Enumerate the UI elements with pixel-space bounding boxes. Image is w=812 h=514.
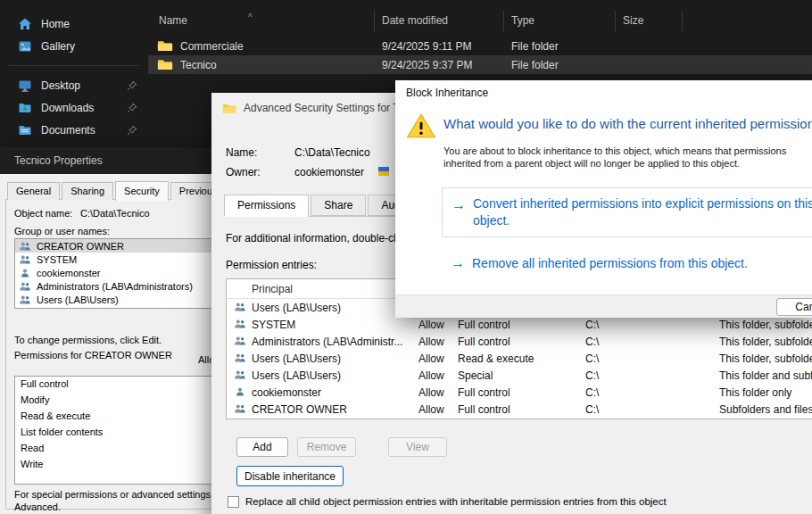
table-row[interactable]: CREATOR OWNER Allow Full control C:\ Sub… — [227, 401, 812, 418]
folder-icon — [157, 58, 173, 71]
command-link-text: Convert inherited permissions into expli… — [473, 195, 812, 229]
sidebar-item-downloads[interactable]: Downloads — [0, 96, 148, 119]
replace-permissions-label: Replace all child object permission entr… — [245, 496, 667, 507]
block-titlebar: Block Inheritance — [395, 80, 812, 105]
dialog-title: Block Inheritance — [406, 87, 488, 99]
remove-button: Remove — [297, 437, 356, 457]
sidebar-item-gallery[interactable]: Gallery — [0, 35, 148, 57]
block-inheritance-dialog: Block Inheritance What would you like to… — [395, 80, 812, 318]
owner-value: cookiemonster — [294, 166, 364, 178]
sidebar-item-documents[interactable]: Documents — [0, 119, 148, 141]
view-button: View — [388, 437, 447, 457]
advanced-hint: For special permissions or advanced sett… — [14, 488, 239, 513]
table-row[interactable]: Users (LAB\Users) Allow Special C:\ This… — [227, 367, 812, 384]
file-name: Tecnico — [180, 59, 217, 71]
sidebar-item-label: Documents — [41, 124, 95, 137]
sidebar-item-home[interactable]: Home — [0, 12, 148, 35]
file-list-header: ^ Name Date modified Type Size — [148, 11, 812, 31]
group-icon — [19, 241, 31, 252]
column-header-type[interactable]: Type — [504, 11, 616, 31]
column-header-size[interactable]: Size — [616, 11, 683, 31]
table-row[interactable]: Administrators (LAB\Administr... Allow F… — [227, 333, 812, 350]
group-icon — [234, 319, 246, 329]
warning-icon — [406, 112, 436, 139]
file-row-tecnico[interactable]: Tecnico 9/24/2025 9:37 PM File folder — [148, 55, 812, 74]
folder-icon — [157, 39, 173, 53]
replace-permissions-checkbox[interactable] — [228, 496, 239, 508]
dialog-body-text: You are about to block inheritance to th… — [443, 145, 812, 170]
name-value: C:\Data\Tecnico — [294, 146, 370, 159]
body-line-2: inherited from a parent object will no l… — [443, 157, 812, 170]
sidebar-item-label: Gallery — [41, 40, 75, 53]
tab-security[interactable]: Security — [115, 181, 169, 201]
table-row[interactable]: SYSTEM Allow Full control C:\ This folde… — [227, 316, 812, 333]
dialog-title: Tecnico Properties — [14, 154, 103, 167]
column-header-name[interactable]: Name — [148, 11, 375, 31]
pin-icon — [127, 103, 137, 113]
edit-hint: To change permissions, click Edit. — [14, 335, 162, 345]
file-row-commerciale[interactable]: Commerciale 9/24/2025 9:11 PM File folde… — [148, 37, 812, 55]
file-type: File folder — [504, 40, 616, 53]
tab-permissions[interactable]: Permissions — [224, 195, 309, 217]
column-header-date-modified[interactable]: Date modified — [375, 11, 504, 31]
table-row[interactable]: Users (LAB\Users) Allow Read & execute C… — [227, 350, 812, 367]
desktop-icon — [18, 79, 32, 93]
group-icon — [19, 294, 31, 305]
pin-icon — [127, 80, 137, 91]
sidebar-item-label: Home — [41, 18, 70, 30]
table-row[interactable]: cookiemonster Allow Full control C:\ Thi… — [227, 384, 812, 401]
disable-inheritance-button[interactable]: Disable inheritance — [236, 466, 344, 486]
group-icon — [234, 369, 246, 380]
add-button[interactable]: Add — [236, 437, 288, 457]
cancel-button[interactable]: Cancel — [776, 298, 812, 316]
documents-icon — [18, 123, 32, 137]
sidebar-item-label: Desktop — [41, 79, 80, 92]
group-icon — [234, 336, 246, 346]
folder-icon — [222, 103, 236, 114]
command-link-text: Remove all inherited permissions from th… — [472, 255, 812, 272]
sort-ascending-icon: ^ — [248, 12, 253, 22]
tab-sharing[interactable]: Sharing — [62, 182, 113, 200]
dialog-main-instruction: What would you like to do with the curre… — [443, 116, 812, 131]
object-name-label: Object name: — [14, 208, 72, 219]
sidebar-item-label: Downloads — [41, 102, 94, 114]
name-label: Name: — [226, 146, 257, 159]
file-type: File folder — [504, 59, 616, 71]
convert-permissions-command-link[interactable]: → Convert inherited permissions into exp… — [442, 187, 812, 237]
gallery-icon — [18, 39, 32, 54]
group-user-label: Group or user names: — [14, 226, 110, 236]
object-name-value: C:\Data\Tecnico — [80, 208, 150, 219]
file-date-modified: 9/24/2025 9:37 PM — [375, 59, 504, 71]
arrow-right-icon: → — [452, 197, 466, 213]
pin-icon — [127, 125, 137, 136]
group-icon — [19, 254, 31, 265]
group-icon — [234, 352, 246, 363]
user-icon — [234, 386, 246, 397]
arrow-right-icon: → — [451, 255, 465, 271]
block-dialog-footer: Cancel — [395, 294, 812, 318]
file-name: Commerciale — [180, 40, 244, 53]
tab-general[interactable]: General — [7, 182, 60, 200]
permissions-for-label: Permissions for CREATOR OWNER — [14, 349, 197, 361]
user-icon — [19, 268, 31, 278]
file-date-modified: 9/24/2025 9:11 PM — [375, 40, 504, 53]
remove-permissions-command-link[interactable]: → Remove all inherited permissions from … — [442, 250, 812, 282]
sidebar-separator — [9, 65, 139, 66]
body-line-1: You are about to block inheritance to th… — [443, 145, 812, 157]
entries-label: Permission entries: — [226, 259, 317, 271]
col-principal[interactable]: Principal — [252, 283, 293, 295]
group-icon — [234, 302, 246, 312]
sidebar-item-desktop[interactable]: Desktop — [0, 74, 148, 96]
downloads-icon — [18, 101, 32, 115]
home-icon — [18, 17, 32, 31]
group-icon — [234, 403, 246, 414]
owner-flag-icon — [377, 165, 390, 178]
tab-share[interactable]: Share — [311, 195, 366, 216]
group-icon — [19, 281, 31, 292]
owner-label: Owner: — [226, 166, 261, 178]
